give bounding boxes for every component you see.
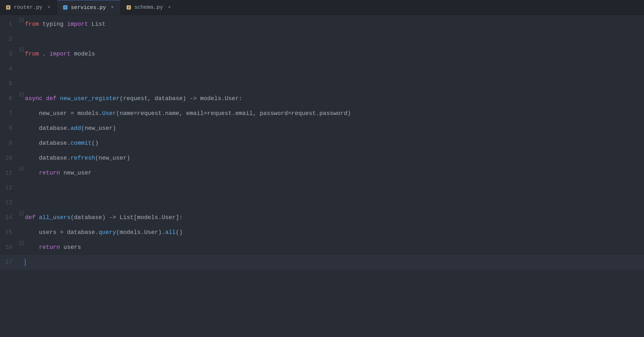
line-number-14: 14 <box>0 210 19 225</box>
svg-text:S: S <box>128 6 130 9</box>
code-line-4: 4 <box>0 62 644 76</box>
svg-text:S: S <box>65 6 66 9</box>
code-line-13: 13 <box>0 195 644 210</box>
code-line-16: 16 return users <box>0 240 644 255</box>
tab-icon-services: S <box>62 5 68 10</box>
code-line-1: 1from typing import List <box>0 17 644 32</box>
fold-icon-12 <box>19 181 24 186</box>
line-code-10: database.refresh(new_user) <box>25 151 130 166</box>
tab-close-schema[interactable]: × <box>167 5 172 10</box>
svg-text:R: R <box>7 6 9 9</box>
line-code-9: database.commit() <box>25 136 98 151</box>
line-number-16: 16 <box>0 240 19 255</box>
fold-icon-2 <box>19 32 24 38</box>
text-cursor <box>25 259 25 266</box>
code-line-9: 9 database.commit() <box>0 136 644 151</box>
line-code-15: users = database.query(models.User).all(… <box>25 225 183 240</box>
line-code-17 <box>25 255 25 270</box>
code-line-17: 17 <box>0 255 644 270</box>
fold-icon-7 <box>19 106 24 112</box>
tab-close-services[interactable]: × <box>110 5 115 10</box>
code-line-3: 3from . import models <box>0 47 644 62</box>
tab-icon-router: R <box>5 5 11 10</box>
tab-label-router: router.py <box>14 4 42 10</box>
code-line-14: 14def all_users(database) -> List[models… <box>0 210 644 225</box>
tab-schema[interactable]: S schema.py× <box>121 0 178 15</box>
line-code-11: return new_user <box>25 166 92 181</box>
code-line-12: 12 <box>0 181 644 195</box>
tab-router[interactable]: R router.py× <box>0 0 57 15</box>
tab-close-router[interactable]: × <box>46 5 51 10</box>
fold-icon-3[interactable] <box>19 47 24 53</box>
tab-icon-schema: S <box>126 5 132 10</box>
fold-icon-9 <box>19 136 24 142</box>
editor-area: 1from typing import List23from . import … <box>0 15 644 337</box>
fold-icon-16[interactable] <box>19 240 24 246</box>
fold-icon-5 <box>19 76 24 82</box>
line-number-6: 6 <box>0 91 19 106</box>
fold-icon-6[interactable] <box>19 91 24 97</box>
line-code-14: def all_users(database) -> List[models.U… <box>25 210 183 225</box>
fold-icon-11[interactable] <box>19 166 24 172</box>
line-number-1: 1 <box>0 17 19 32</box>
line-number-5: 5 <box>0 76 19 91</box>
fold-icon-14[interactable] <box>19 210 24 216</box>
line-number-15: 15 <box>0 225 19 240</box>
fold-icon-13 <box>19 195 24 201</box>
fold-icon-1[interactable] <box>19 17 24 23</box>
fold-icon-15 <box>19 225 24 231</box>
code-line-6: 6async def new_user_register(request, da… <box>0 91 644 106</box>
line-code-7: new_user = models.User(name=request.name… <box>25 106 351 121</box>
line-code-3: from . import models <box>25 47 95 62</box>
tab-services[interactable]: S services.py× <box>57 0 121 15</box>
code-content: 1from typing import List23from . import … <box>0 15 644 337</box>
line-number-12: 12 <box>0 181 19 195</box>
tab-label-schema: schema.py <box>134 4 163 10</box>
line-number-3: 3 <box>0 47 19 62</box>
line-code-16: return users <box>25 240 81 255</box>
code-line-2: 2 <box>0 32 644 47</box>
fold-icon-10 <box>19 151 24 157</box>
code-line-11: 11 return new_user <box>0 166 644 181</box>
tab-bar: R router.py× S services.py× S schema.py× <box>0 0 644 15</box>
line-number-2: 2 <box>0 32 19 47</box>
line-number-13: 13 <box>0 195 19 210</box>
line-number-11: 11 <box>0 166 19 181</box>
fold-icon-4 <box>19 62 24 67</box>
code-line-8: 8 database.add(new_user) <box>0 121 644 136</box>
fold-icon-17 <box>19 255 24 261</box>
line-number-4: 4 <box>0 62 19 76</box>
line-code-8: database.add(new_user) <box>25 121 116 136</box>
line-code-6: async def new_user_register(request, dat… <box>25 91 242 106</box>
code-line-15: 15 users = database.query(models.User).a… <box>0 225 644 240</box>
code-line-10: 10 database.refresh(new_user) <box>0 151 644 166</box>
code-line-5: 5 <box>0 76 644 91</box>
line-number-10: 10 <box>0 151 19 166</box>
line-code-1: from typing import List <box>25 17 106 32</box>
tab-label-services: services.py <box>71 5 106 11</box>
fold-icon-8 <box>19 121 24 127</box>
line-number-7: 7 <box>0 106 19 121</box>
line-number-8: 8 <box>0 121 19 136</box>
line-number-9: 9 <box>0 136 19 151</box>
line-number-17: 17 <box>0 255 19 270</box>
code-line-7: 7 new_user = models.User(name=request.na… <box>0 106 644 121</box>
